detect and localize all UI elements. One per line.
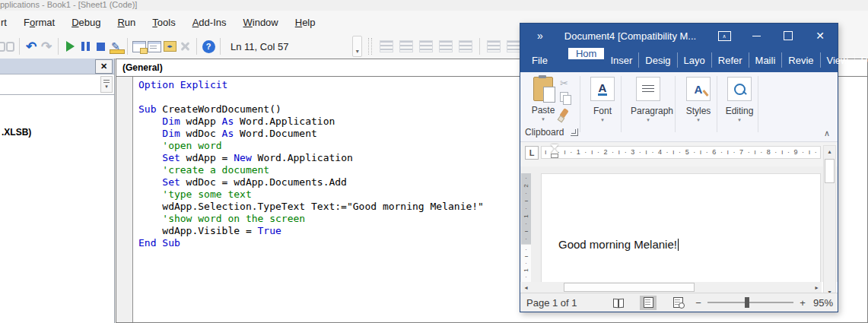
find-icon[interactable]	[0, 38, 15, 55]
run-macro-icon[interactable]	[62, 38, 78, 55]
left-indent-marker[interactable]	[551, 154, 558, 158]
tab-desig[interactable]: Desig	[638, 52, 676, 68]
word-titlebar[interactable]: » Document4 [Compatibility M... ∧ ✕	[520, 24, 838, 48]
undo-icon[interactable]: ↶	[24, 38, 39, 55]
complete-word-icon[interactable]	[459, 40, 472, 52]
indent-markers[interactable]	[551, 144, 558, 163]
document-text[interactable]: Good morning Melanie!	[558, 238, 679, 251]
horizontal-scrollbar[interactable]: ◂ ▸	[521, 282, 822, 293]
list-properties-icon[interactable]	[380, 40, 393, 52]
menu-format[interactable]: Format	[15, 17, 63, 28]
ruler-mark: 3	[631, 147, 634, 158]
maximize-icon[interactable]	[778, 27, 798, 44]
ruler-mark: ı	[523, 200, 529, 201]
tab-deve[interactable]: Deve	[854, 52, 868, 68]
scroll-right-icon[interactable]: ▸	[812, 282, 822, 293]
document-page[interactable]: Good morning Melanie!	[541, 173, 821, 282]
tab-layo[interactable]: Layo	[677, 52, 711, 68]
paragraph-group-button[interactable]: Paragraph ▾	[631, 77, 666, 123]
menu-help[interactable]: Help	[287, 17, 324, 28]
paste-button[interactable]: Paste ▾	[528, 77, 558, 122]
toolbar-options-button[interactable]: ▾	[352, 36, 362, 57]
quick-info-icon[interactable]	[419, 40, 433, 52]
ribbon-display-options-icon[interactable]: ∧	[714, 27, 734, 44]
properties-window-icon[interactable]	[147, 38, 162, 55]
help-icon[interactable]: ?	[201, 38, 216, 55]
menu-window[interactable]: Window	[234, 17, 286, 28]
design-mode-icon[interactable]: ✎	[108, 38, 123, 55]
object-dropdown[interactable]: (General)	[116, 62, 163, 73]
menu-run[interactable]: Run	[109, 17, 144, 28]
vertical-scrollbar[interactable]: ▴ ▾	[823, 145, 836, 299]
read-mode-icon[interactable]	[610, 296, 627, 310]
project-explorer-icon[interactable]	[132, 38, 147, 55]
tab-inser[interactable]: Inser	[604, 52, 638, 68]
toolbox-icon[interactable]	[177, 38, 192, 55]
tab-view[interactable]: View	[820, 52, 854, 68]
close-icon[interactable]: ✕	[810, 27, 830, 44]
break-icon[interactable]	[78, 38, 93, 55]
project-tree-item[interactable]: .XLSB)	[2, 127, 114, 138]
letter-a-glyph: A	[598, 82, 608, 96]
panel-options-dropdown[interactable]: ▾	[100, 76, 113, 93]
horizontal-scroll-thumb[interactable]	[564, 283, 695, 292]
zoom-out-button[interactable]: −	[694, 297, 703, 309]
vba-titlebar: pplications - Book1 - [Sheet1 (Code)]	[0, 0, 868, 11]
tab-maili[interactable]: Maili	[749, 52, 782, 68]
indent-icon[interactable]	[487, 40, 501, 52]
zoom-level[interactable]: 95%	[810, 297, 833, 309]
menu-addins[interactable]: Add-Ins	[184, 17, 235, 28]
format-painter-icon[interactable]	[559, 108, 569, 119]
copy-icon[interactable]	[560, 92, 568, 102]
tab-stop-selector[interactable]: L	[525, 146, 539, 160]
print-layout-icon[interactable]	[640, 296, 657, 310]
tab-revie[interactable]: Revie	[781, 52, 819, 68]
lines-glyph	[642, 85, 654, 93]
parameter-info-icon[interactable]	[439, 40, 453, 52]
close-icon[interactable]: ✕	[95, 59, 113, 74]
zoom-in-button[interactable]: +	[798, 297, 807, 309]
collapse-ribbon-icon[interactable]: ∧	[824, 128, 830, 138]
reset-icon[interactable]	[93, 38, 108, 55]
web-layout-icon[interactable]	[669, 296, 686, 310]
ribbon-separator	[621, 76, 622, 132]
object-browser-icon[interactable]: ◂▸	[162, 38, 177, 55]
vertical-scroll-thumb[interactable]	[825, 159, 835, 183]
cut-icon[interactable]: ✂	[560, 78, 568, 88]
toolbar-separator	[479, 38, 480, 55]
scroll-up-icon[interactable]: ▴	[824, 146, 835, 157]
menu-rt[interactable]: rt	[0, 17, 15, 28]
editing-group-button[interactable]: Editing ▾	[722, 77, 757, 123]
menu-debug[interactable]: Debug	[63, 17, 109, 28]
horizontal-ruler[interactable]: ı··ı·1·ı·2·ı·3·ı·4·ı·5·ı·6·ı·7·ı·8·ı·9·ı…	[541, 146, 821, 159]
ruler-mark: ·	[774, 147, 777, 158]
list-constants-icon[interactable]	[399, 40, 413, 52]
ruler-mark: 2	[523, 184, 529, 187]
dialog-launcher-icon[interactable]	[571, 128, 578, 136]
outdent-icon[interactable]	[507, 40, 520, 52]
chevron-down-icon: ▾	[681, 117, 716, 123]
zoom-slider-track[interactable]	[707, 302, 793, 303]
page-indicator[interactable]: Page 1 of 1	[526, 297, 577, 309]
tab-hom[interactable]: Hom	[568, 48, 604, 59]
zoom-slider-thumb[interactable]	[745, 297, 749, 308]
styles-group-button[interactable]: A Styles ▾	[681, 77, 716, 123]
ruler-mark: ·	[679, 147, 681, 158]
ruler-mark: 1	[523, 268, 529, 271]
minimize-icon[interactable]	[746, 27, 766, 44]
paste-label: Paste	[528, 105, 558, 116]
hanging-indent-marker[interactable]	[551, 149, 558, 154]
font-group-label: Font	[585, 106, 620, 116]
scroll-left-icon[interactable]: ◂	[521, 282, 531, 293]
window-controls: ∧ ✕	[702, 27, 830, 44]
tab-refer[interactable]: Refer	[711, 52, 749, 68]
menu-tools[interactable]: Tools	[144, 17, 183, 28]
font-group-button[interactable]: A Font ▾	[585, 77, 620, 123]
ruler-mark: 1	[577, 147, 580, 158]
ruler-mark: ·	[651, 147, 653, 158]
toolbar-drag-handle[interactable]	[368, 38, 372, 55]
redo-icon[interactable]: ↷	[39, 38, 54, 55]
quick-access-overflow-icon[interactable]: »	[537, 30, 543, 42]
ruler-mark: ·	[584, 147, 587, 158]
tab-file[interactable]: File	[520, 48, 559, 72]
